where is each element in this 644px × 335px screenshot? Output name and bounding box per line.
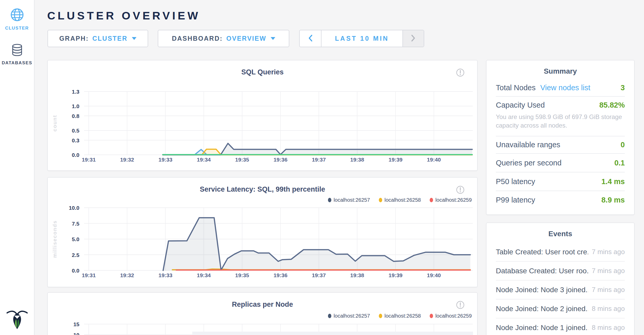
svg-text:19:35: 19:35	[235, 157, 249, 163]
chart-canvas: 1510	[48, 293, 477, 335]
chevron-right-icon	[410, 34, 416, 43]
total-nodes-value: 3	[621, 83, 625, 92]
graph-dropdown[interactable]: GRAPH: CLUSTER	[47, 30, 148, 47]
svg-text:0.3: 0.3	[72, 137, 79, 143]
svg-text:0.0: 0.0	[72, 268, 79, 274]
svg-text:19:31: 19:31	[82, 157, 96, 163]
database-icon	[10, 53, 24, 58]
event-row[interactable]: Database Created: User roo... 7 mins ago	[496, 262, 625, 281]
replicas-chart-card: Replicas per Node localhost:26257localho…	[47, 292, 478, 335]
unavailable-value: 0	[621, 141, 625, 149]
p50-label: P50 latency	[496, 177, 535, 186]
capacity-caption: You are using 598.9 GiB of 697.9 GiB sto…	[496, 113, 625, 130]
dashboard-dropdown-value: OVERVIEW	[226, 35, 266, 42]
svg-text:19:39: 19:39	[389, 157, 403, 163]
svg-text:1.0: 1.0	[72, 103, 79, 109]
total-nodes-label: Total Nodes	[496, 83, 536, 92]
qps-value: 0.1	[614, 159, 625, 167]
capacity-label: Capacity Used	[496, 101, 545, 109]
time-range-value[interactable]: LAST 10 MIN	[321, 30, 402, 47]
cockroachdb-logo[interactable]	[0, 309, 34, 331]
svg-text:19:38: 19:38	[350, 157, 364, 163]
svg-text:0.5: 0.5	[72, 128, 80, 134]
dashboard-dropdown-label: DASHBOARD:	[172, 35, 223, 42]
capacity-value: 85.82%	[599, 101, 625, 109]
svg-text:7.5: 7.5	[72, 221, 80, 227]
events-panel: Events Table Created: User root cre... 7…	[486, 222, 635, 335]
svg-text:2.5: 2.5	[72, 252, 80, 258]
events-list: Table Created: User root cre... 7 mins a…	[487, 243, 634, 335]
unavailable-label: Unavailable ranges	[496, 141, 560, 149]
sidebar-item-label: CLUSTER	[0, 26, 34, 31]
prev-range-button[interactable]	[300, 30, 321, 47]
summary-row-p50: P50 latency 1.4 ms	[496, 172, 625, 191]
event-row[interactable]: Node Joined: Node 1 joined... 8 mins ago	[496, 318, 625, 335]
page-title: CLUSTER OVERVIEW	[47, 9, 200, 22]
qps-label: Queries per second	[496, 159, 561, 167]
view-nodes-list-link[interactable]: View nodes list	[540, 83, 590, 92]
graph-dropdown-value: CLUSTER	[92, 35, 128, 42]
svg-text:10: 10	[73, 332, 79, 335]
sql-queries-chart-card: SQL Queries 19:3119:3219:3319:3419:3519:…	[47, 60, 478, 171]
svg-text:0.8: 0.8	[72, 113, 80, 119]
events-title: Events	[487, 223, 634, 238]
svg-text:19:37: 19:37	[312, 272, 326, 278]
svg-text:19:35: 19:35	[235, 272, 249, 278]
svg-text:19:36: 19:36	[273, 272, 287, 278]
summary-row-capacity: Capacity Used 85.82% You are using 598.9…	[496, 97, 625, 136]
svg-text:19:32: 19:32	[120, 157, 134, 163]
svg-text:0.0: 0.0	[72, 152, 79, 158]
next-range-button[interactable]	[402, 30, 424, 47]
svg-text:19:34: 19:34	[197, 157, 211, 163]
event-row[interactable]: Node Joined: Node 2 joined... 8 mins ago	[496, 299, 625, 318]
summary-row-qps: Queries per second 0.1	[496, 154, 625, 172]
svg-text:19:31: 19:31	[82, 272, 96, 278]
p99-value: 8.9 ms	[601, 196, 625, 204]
sidebar: CLUSTER DATABASES	[0, 0, 35, 335]
chevron-down-icon	[271, 37, 275, 40]
summary-row-p99: P99 latency 8.9 ms	[496, 191, 625, 209]
service-latency-chart-card: Service Latency: SQL, 99th percentile lo…	[47, 177, 478, 287]
svg-text:19:40: 19:40	[427, 272, 441, 278]
svg-text:19:33: 19:33	[159, 272, 173, 278]
svg-text:count: count	[52, 115, 58, 131]
sidebar-item-label: DATABASES	[0, 60, 34, 66]
svg-text:milliseconds: milliseconds	[52, 220, 58, 258]
svg-text:1.3: 1.3	[72, 89, 79, 95]
chevron-left-icon	[307, 34, 313, 43]
sidebar-item-databases[interactable]: DATABASES	[0, 44, 34, 66]
svg-text:19:33: 19:33	[159, 157, 173, 163]
summary-row-total-nodes: Total Nodes View nodes list 3	[496, 79, 625, 97]
svg-text:19:40: 19:40	[427, 157, 441, 163]
svg-text:19:38: 19:38	[350, 272, 364, 278]
svg-text:10.0: 10.0	[69, 205, 79, 211]
svg-text:19:37: 19:37	[312, 157, 326, 163]
p99-label: P99 latency	[496, 196, 535, 204]
p50-value: 1.4 ms	[601, 177, 625, 186]
svg-text:19:32: 19:32	[120, 272, 134, 278]
event-row[interactable]: Node Joined: Node 3 joined... 7 mins ago	[496, 281, 625, 299]
globe-icon	[10, 19, 25, 23]
svg-text:15: 15	[73, 321, 80, 327]
event-row[interactable]: Table Created: User root cre... 7 mins a…	[496, 243, 625, 262]
sidebar-item-cluster[interactable]: CLUSTER	[0, 7, 34, 31]
dashboard-dropdown[interactable]: DASHBOARD: OVERVIEW	[158, 30, 289, 47]
svg-text:5.0: 5.0	[72, 236, 79, 242]
svg-text:19:34: 19:34	[197, 272, 211, 278]
chevron-down-icon	[132, 37, 136, 40]
chart-canvas: 19:3119:3219:3319:3419:3519:3619:3719:38…	[48, 60, 477, 170]
summary-row-unavailable: Unavailable ranges 0	[496, 136, 625, 154]
summary-panel: Summary Total Nodes View nodes list 3 Ca…	[486, 60, 635, 215]
svg-text:19:36: 19:36	[273, 157, 287, 163]
summary-title: Summary	[487, 60, 634, 75]
graph-dropdown-label: GRAPH:	[59, 35, 89, 42]
time-range-selector: LAST 10 MIN	[299, 30, 424, 47]
chart-canvas: 19:3119:3219:3319:3419:3519:3619:3719:38…	[48, 178, 477, 287]
svg-text:19:39: 19:39	[389, 272, 403, 278]
